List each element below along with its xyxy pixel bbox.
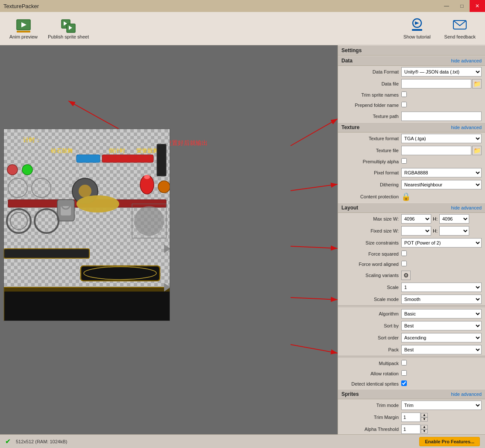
toolbar: Anim preview Publish sprite sheet Show t… — [0, 12, 485, 45]
data-format-select[interactable]: Unity® — JSON data (.txt) JSON (Array) J… — [401, 67, 482, 77]
svg-rect-34 — [4, 249, 89, 258]
algorithm-label: Algorithm — [341, 311, 401, 316]
svg-rect-43 — [4, 287, 170, 292]
minimize-button[interactable]: — — [439, 0, 454, 12]
force-word-aligned-control — [401, 261, 482, 268]
enable-pro-button[interactable]: Enable Pro Features... — [419, 437, 480, 446]
algorithm-control: Basic MaxRects Grid — [401, 309, 482, 318]
size-constraints-row: Size constraints POT (Power of 2) Any Wo… — [338, 237, 485, 249]
sprites-section-label: Sprites — [341, 391, 359, 397]
svg-point-38 — [144, 175, 150, 179]
texture-file-input[interactable] — [401, 146, 471, 155]
sort-by-select[interactable]: Best Name Width — [401, 321, 482, 330]
data-file-folder-btn[interactable]: 📁 — [472, 79, 482, 88]
sort-order-select[interactable]: Ascending Descending — [401, 333, 482, 342]
titlebar: TexturePacker — □ ✕ — [0, 0, 485, 12]
trim-margin-label: Trim Margin — [341, 415, 401, 420]
scale-control: 1 0.5 2 — [401, 283, 482, 292]
main-area: 参数设置好后就输出 计时： — [0, 45, 485, 434]
trim-margin-down[interactable]: ▼ — [421, 417, 428, 421]
texture-hide-advanced[interactable]: hide advanced — [451, 125, 482, 130]
anim-preview-button[interactable]: Anim preview — [4, 16, 43, 41]
texture-format-select[interactable]: TGA (.tga) PNG (.png) JPG (.jpg) — [401, 134, 482, 143]
multipack-checkbox[interactable] — [401, 360, 407, 365]
data-file-input[interactable] — [401, 79, 471, 88]
algorithm-select[interactable]: Basic MaxRects Grid — [401, 309, 482, 318]
data-format-row: Data Format Unity® — JSON data (.txt) JS… — [338, 66, 485, 78]
publish-label: Publish sprite sheet — [48, 34, 89, 39]
force-word-aligned-checkbox[interactable] — [401, 261, 407, 266]
alpha-threshold-down[interactable]: ▼ — [421, 429, 428, 433]
trim-margin-input[interactable] — [401, 413, 420, 422]
texture-format-row: Texture format TGA (.tga) PNG (.png) JPG… — [338, 133, 485, 144]
allow-rotation-checkbox[interactable] — [401, 370, 407, 376]
fixed-size-w-select[interactable] — [401, 226, 431, 236]
prepend-folder-checkbox[interactable] — [401, 102, 407, 107]
pack-select[interactable]: Best Horizontal Vertical — [401, 345, 482, 354]
alpha-threshold-spinbtns: ▲ ▼ — [421, 425, 428, 433]
fixed-size-h-select[interactable] — [439, 226, 469, 236]
show-tutorial-button[interactable]: Show tutorial — [398, 16, 436, 41]
svg-rect-18 — [157, 144, 166, 176]
size-constraints-select[interactable]: POT (Power of 2) Any Word aligned — [401, 238, 482, 248]
svg-text:计时：: 计时： — [23, 136, 41, 143]
max-size-w-select[interactable]: 409620481024 — [401, 214, 431, 224]
scale-mode-select[interactable]: Smooth Fast Linear — [401, 295, 482, 304]
svg-rect-21 — [8, 178, 27, 197]
max-size-h-select[interactable]: 409620481024 — [439, 214, 469, 224]
content-protection-label: Content protection — [341, 194, 401, 199]
layout-section-label: Layout — [341, 205, 358, 211]
sort-order-row: Sort order Ascending Descending — [338, 332, 485, 344]
fixed-size-row: Fixed size W: H: — [338, 225, 485, 237]
data-format-label: Data Format — [341, 69, 401, 74]
publish-button[interactable]: Publish sprite sheet — [43, 16, 94, 41]
scale-mode-row: Scale mode Smooth Fast Linear — [338, 293, 485, 305]
force-squared-row: Force squared — [338, 249, 485, 259]
trim-margin-up[interactable]: ▲ — [421, 413, 428, 417]
layout-section-header: Layout hide advanced — [338, 203, 485, 213]
texture-path-input[interactable] — [401, 112, 482, 121]
svg-rect-17 — [76, 155, 100, 162]
data-hide-advanced[interactable]: hide advanced — [451, 58, 482, 63]
sort-by-row: Sort by Best Name Width — [338, 320, 485, 332]
window-controls: — □ ✕ — [439, 0, 485, 12]
force-word-aligned-label: Force word aligned — [341, 262, 401, 267]
sprites-hide-advanced[interactable]: hide advanced — [451, 392, 482, 397]
detect-identical-checkbox[interactable] — [401, 380, 407, 386]
send-feedback-button[interactable]: Send feedback — [439, 16, 481, 41]
sort-by-control: Best Name Width — [401, 321, 482, 330]
detect-identical-label: Detect identical sprites — [341, 381, 401, 386]
scale-row: Scale 1 0.5 2 — [338, 281, 485, 293]
force-squared-checkbox[interactable] — [401, 251, 407, 256]
trim-mode-select[interactable]: Trim None Polygon — [401, 401, 482, 410]
multipack-row: Multipack — [338, 358, 485, 368]
force-squared-label: Force squared — [341, 251, 401, 256]
allow-rotation-control — [401, 370, 482, 377]
scaling-variants-row: Scaling variants ⚙ — [338, 269, 485, 281]
alpha-threshold-input[interactable] — [401, 424, 420, 434]
size-constraints-label: Size constraints — [341, 240, 401, 245]
scaling-variants-gear-btn[interactable]: ⚙ — [401, 271, 411, 280]
trim-mode-row: Trim mode Trim None Polygon — [338, 399, 485, 411]
prepend-folder-label: Prepend folder name — [341, 103, 401, 108]
premultiply-alpha-checkbox[interactable] — [401, 158, 407, 164]
alpha-threshold-row: Alpha Threshold ▲ ▼ — [338, 423, 485, 434]
detect-identical-control — [401, 380, 482, 387]
alpha-threshold-up[interactable]: ▲ — [421, 425, 428, 429]
trim-sprite-names-checkbox[interactable] — [401, 91, 407, 97]
maximize-button[interactable]: □ — [454, 0, 470, 12]
trim-margin-control: ▲ ▼ — [401, 413, 482, 422]
lock-icon[interactable]: 🔒 — [401, 192, 411, 201]
tutorial-icon — [409, 18, 425, 33]
trim-margin-row: Trim Margin ▲ ▼ — [338, 411, 485, 423]
scale-select[interactable]: 1 0.5 2 — [401, 283, 482, 292]
pixel-format-select[interactable]: RGBA8888 RGBA4444 RGB888 — [401, 168, 482, 177]
svg-text:倒计时: 倒计时 — [109, 147, 125, 154]
texture-file-folder-btn[interactable]: 📁 — [472, 146, 482, 155]
alpha-threshold-control: ▲ ▼ — [401, 424, 482, 434]
pack-label: Pack — [341, 347, 401, 352]
texture-file-label: Texture file — [341, 148, 401, 153]
layout-hide-advanced[interactable]: hide advanced — [451, 205, 482, 210]
close-button[interactable]: ✕ — [470, 0, 485, 12]
dithering-select[interactable]: NearestNeighbour Linear None — [401, 180, 482, 189]
